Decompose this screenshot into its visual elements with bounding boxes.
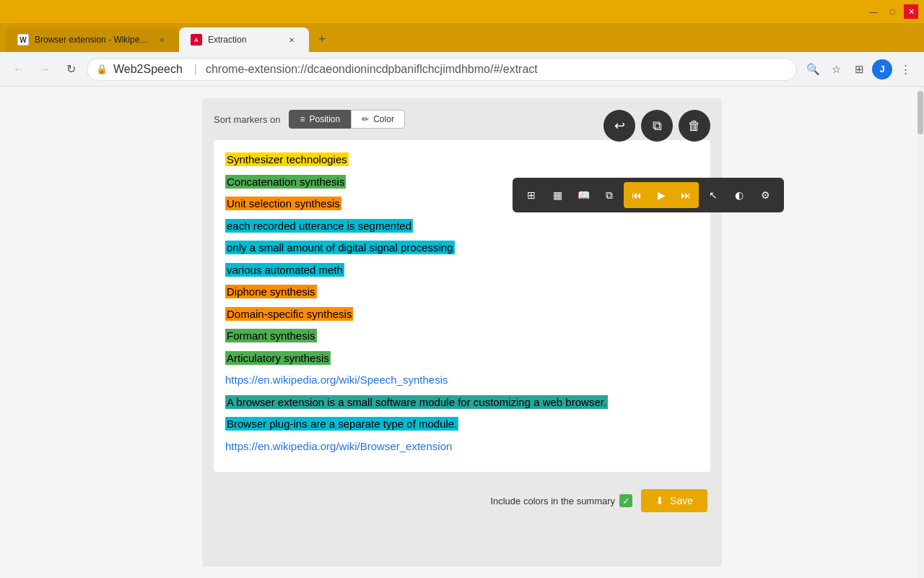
list-item: Articulatory synthesis (225, 350, 699, 367)
delete-button[interactable]: 🗑 (679, 110, 710, 142)
player-play-button[interactable]: ▶ (650, 184, 673, 207)
tab-label-wiki: Browser extension - Wikipedia (35, 35, 150, 45)
item-domain: Domain-specific synthesis (225, 307, 353, 321)
tab-bar: W Browser extension - Wikipedia ✕ A Extr… (0, 23, 924, 52)
player-controls-group: ⏮ ▶ ⏭ (624, 182, 699, 208)
maximize-button[interactable]: □ (885, 4, 899, 19)
reload-button[interactable]: ↻ (61, 59, 81, 79)
search-icon-button[interactable]: 🔍 (803, 59, 823, 79)
list-item: Diphone synthesis (225, 284, 699, 301)
color-sort-icon: ✏ (362, 114, 369, 124)
player-cursor-button[interactable]: ↖ (702, 184, 725, 207)
position-sort-label: Position (310, 114, 341, 124)
new-tab-button[interactable]: + (312, 29, 332, 49)
list-item: Formant synthesis (225, 328, 699, 345)
address-separator: | (194, 63, 197, 76)
minimize-button[interactable]: — (866, 4, 881, 19)
color-sort-label: Color (373, 114, 394, 124)
tab-browser-extension-wikipedia[interactable]: W Browser extension - Wikipedia ✕ (6, 27, 179, 52)
list-item: Domain-specific synthesis (225, 306, 699, 323)
menu-icon-button[interactable]: ⋮ (895, 59, 915, 79)
sort-buttons: ≡ Position ✏ Color (289, 110, 404, 129)
include-colors-label[interactable]: Include colors in the summary ✓ (490, 494, 632, 507)
include-colors-text: Include colors in the summary (490, 496, 615, 506)
extraction-panel: Sort markers on ≡ Position ✏ Color ↩ ⧉ 🗑 (202, 98, 722, 566)
tab-extraction[interactable]: A Extraction ✕ (179, 27, 309, 52)
footer: Include colors in the summary ✓ ⬇ Save (214, 483, 710, 518)
item-link-speech[interactable]: https://en.wikipedia.org/wiki/Speech_syn… (225, 374, 448, 386)
item-concatenation: Concatenation synthesis (225, 175, 346, 189)
lock-icon: 🔒 (96, 64, 108, 74)
list-item: various automated meth (225, 262, 699, 279)
item-browser-plugin: Browser plug-ins are a separate type of … (225, 417, 458, 431)
page-content: Sort markers on ≡ Position ✏ Color ↩ ⧉ 🗑 (0, 87, 924, 578)
list-item: A browser extension is a small software … (225, 394, 699, 411)
tab-label-extraction: Extraction (208, 35, 246, 45)
item-articulatory: Articulatory synthesis (225, 351, 331, 365)
player-settings-button[interactable]: ⚙ (754, 184, 777, 207)
toolbar-icons: 🔍 ☆ ⊞ J ⋮ (803, 59, 915, 79)
forward-button[interactable]: → (35, 59, 55, 79)
position-sort-button[interactable]: ≡ Position (289, 110, 351, 129)
title-bar: — □ ✕ (0, 0, 924, 23)
site-name: Web2Speech (113, 63, 183, 76)
save-button[interactable]: ⬇ Save (641, 489, 707, 512)
player-grid-button[interactable]: ⊞ (520, 184, 543, 207)
list-item: https://en.wikipedia.org/wiki/Speech_syn… (225, 372, 699, 389)
action-buttons: ↩ ⧉ 🗑 (603, 110, 710, 142)
wiki-favicon: W (17, 34, 29, 46)
player-copy-button[interactable]: ⧉ (598, 184, 621, 207)
list-item: only a small amount of digital signal pr… (225, 240, 699, 256)
save-label: Save (670, 495, 693, 506)
list-item: each recorded utterance is segmented (225, 218, 699, 235)
item-utterance: each recorded utterance is segmented (225, 219, 413, 233)
item-automated: various automated meth (225, 263, 344, 277)
profile-avatar[interactable]: J (872, 59, 892, 79)
list-item: https://en.wikipedia.org/wiki/Browser_ex… (225, 439, 699, 455)
color-sort-button[interactable]: ✏ Color (351, 110, 405, 129)
close-button[interactable]: ✕ (904, 4, 918, 19)
item-synthesizer: Synthesizer technologies (225, 152, 349, 166)
save-icon: ⬇ (655, 495, 664, 506)
extensions-icon-button[interactable]: ⊞ (849, 59, 869, 79)
address-url: chrome-extension://dcaeondionincdpbanifl… (206, 63, 538, 76)
player-half-button[interactable]: ◐ (728, 184, 751, 207)
scrollbar[interactable] (917, 87, 924, 578)
copy-button[interactable]: ⧉ (641, 110, 673, 142)
list-item: Synthesizer technologies (225, 152, 699, 168)
player-table-button[interactable]: ▦ (546, 184, 569, 207)
position-sort-icon: ≡ (300, 114, 305, 124)
address-input[interactable]: 🔒 Web2Speech | chrome-extension://dcaeon… (87, 58, 797, 81)
bookmark-icon-button[interactable]: ☆ (826, 59, 846, 79)
sort-label: Sort markers on (214, 114, 280, 125)
player-next-button[interactable]: ⏭ (674, 184, 697, 207)
tab-close-extraction[interactable]: ✕ (286, 34, 297, 46)
angular-favicon: A (191, 34, 202, 46)
address-bar: ← → ↻ 🔒 Web2Speech | chrome-extension://… (0, 52, 924, 87)
back-button[interactable]: ← (9, 59, 29, 79)
scrollbar-thumb[interactable] (918, 91, 923, 134)
window-controls: — □ ✕ (866, 4, 918, 19)
item-diphone: Diphone synthesis (225, 285, 317, 298)
include-colors-checkbox[interactable]: ✓ (619, 494, 632, 507)
player-toolbar: ⊞ ▦ 📖 ⧉ ⏮ ▶ ⏭ ↖ ◐ ⚙ (513, 178, 784, 212)
item-link-browser-ext[interactable]: https://en.wikipedia.org/wiki/Browser_ex… (225, 440, 452, 452)
player-prev-button[interactable]: ⏮ (625, 184, 648, 207)
tab-close-wiki[interactable]: ✕ (156, 34, 167, 46)
undo-button[interactable]: ↩ (603, 110, 635, 142)
item-formant: Formant synthesis (225, 329, 317, 342)
list-item: Browser plug-ins are a separate type of … (225, 416, 699, 433)
player-book-button[interactable]: 📖 (572, 184, 595, 207)
item-unit-selection: Unit selection synthesis (225, 197, 341, 210)
item-dsp: only a small amount of digital signal pr… (225, 241, 455, 254)
item-browser-ext-desc: A browser extension is a small software … (225, 395, 608, 409)
